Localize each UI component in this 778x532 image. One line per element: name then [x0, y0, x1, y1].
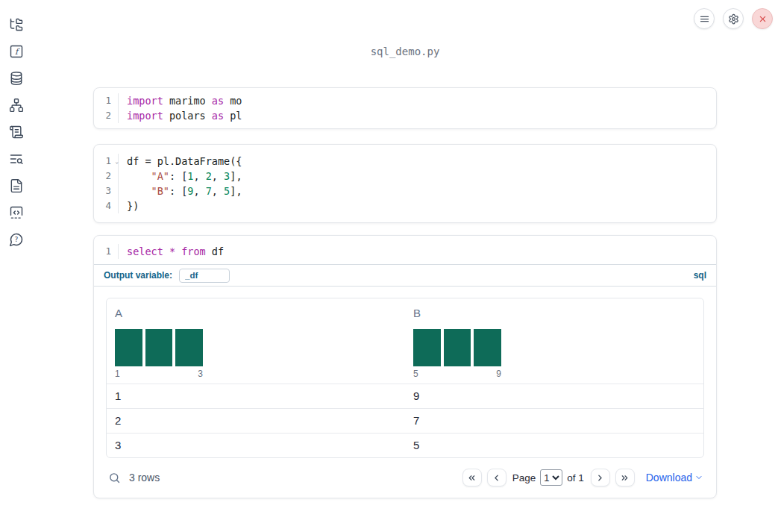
- sidebar-item-data-sources[interactable]: [7, 71, 25, 86]
- histogram-bar: [175, 329, 203, 366]
- code-line[interactable]: 4 }): [94, 198, 716, 213]
- sidebar-item-documentation[interactable]: [7, 178, 25, 193]
- download-label: Download: [646, 472, 692, 484]
- cell-sql: 1 select * from df Output variable: sql …: [93, 235, 717, 498]
- help-bubble-icon: ?: [9, 232, 24, 247]
- code-line[interactable]: 1⌄ df = pl.DataFrame({: [94, 154, 716, 169]
- cell-value: 3: [107, 434, 405, 457]
- database-icon: [9, 71, 24, 86]
- chevrons-right-icon: [620, 473, 630, 483]
- dataframe-table: A 1 3: [106, 298, 704, 458]
- histogram-max-label: 3: [198, 369, 203, 379]
- sidebar-item-dependencies[interactable]: [7, 98, 25, 113]
- code-line[interactable]: 2 import polars as pl: [94, 108, 716, 123]
- line-number: 3: [94, 184, 119, 198]
- menu-button[interactable]: [694, 8, 715, 29]
- sidebar-item-logs[interactable]: [7, 151, 25, 166]
- code-text: df = pl.DataFrame({: [119, 154, 242, 169]
- search-icon: [108, 472, 121, 484]
- last-page-button[interactable]: [615, 469, 635, 486]
- page-select[interactable]: 1: [540, 469, 562, 486]
- table-footer: 3 rows Page 1: [106, 464, 704, 491]
- folder-tree-icon: [9, 17, 24, 32]
- next-page-button[interactable]: [591, 469, 610, 486]
- search-button[interactable]: [107, 470, 122, 485]
- sidebar-item-snippets[interactable]: [7, 205, 25, 220]
- hamburger-menu-icon: [699, 13, 710, 25]
- sidebar-item-help[interactable]: ?: [7, 232, 25, 247]
- code-line[interactable]: 3 "B": [9, 7, 5],: [94, 184, 716, 198]
- cell-value: 5: [405, 434, 703, 457]
- cell-dataframe[interactable]: 1⌄ df = pl.DataFrame({ 2 "A": [1, 2, 3],…: [93, 144, 717, 223]
- previous-page-button[interactable]: [487, 469, 506, 486]
- sql-cell-footer: Output variable: sql: [94, 264, 716, 287]
- topbar-actions: [694, 8, 773, 29]
- page-of-label: of 1: [567, 472, 584, 484]
- page-label: Page: [512, 472, 536, 484]
- cell-imports[interactable]: 1 import marimo as mo 2 import polars as…: [93, 87, 717, 129]
- code-text: import polars as pl: [119, 108, 242, 123]
- svg-text:?: ?: [15, 235, 19, 243]
- list-search-icon: [9, 151, 24, 166]
- sidebar-item-variables[interactable]: f: [7, 44, 25, 59]
- line-number: 1: [94, 93, 119, 108]
- line-number: 1⌄: [94, 154, 119, 169]
- histogram-min-label: 1: [115, 369, 120, 379]
- svg-text:f: f: [15, 47, 20, 57]
- histogram-max-label: 9: [496, 369, 501, 379]
- code-line[interactable]: 2 "A": [1, 2, 3],: [94, 169, 716, 184]
- scroll-icon: [9, 125, 24, 140]
- line-number: 4: [94, 198, 119, 213]
- column-a-histogram: 1 3: [115, 329, 203, 379]
- notebook: 1 import marimo as mo 2 import polars as…: [93, 87, 717, 498]
- histogram-bar: [444, 329, 471, 366]
- code-text: import marimo as mo: [119, 93, 242, 108]
- table-row: 2 7: [107, 408, 703, 433]
- sidebar-item-file-explorer[interactable]: [7, 17, 25, 32]
- chevron-right-icon: [595, 473, 605, 483]
- output-variable-label: Output variable:: [104, 270, 172, 281]
- code-text: select * from df: [119, 244, 224, 259]
- sidebar: f: [0, 0, 33, 532]
- column-header-b[interactable]: B 5 9: [405, 298, 703, 384]
- sql-output: A 1 3: [94, 287, 716, 498]
- line-number: 2: [94, 108, 119, 123]
- chevron-left-icon: [492, 473, 501, 483]
- code-line[interactable]: 1 import marimo as mo: [94, 93, 716, 108]
- code-text: "B": [9, 7, 5],: [119, 184, 242, 198]
- column-name: A: [115, 307, 397, 319]
- code-line[interactable]: 1 select * from df: [94, 244, 716, 259]
- rows-count: 3 rows: [129, 472, 160, 484]
- histogram-bar: [115, 329, 142, 366]
- cell-value: 7: [405, 409, 703, 433]
- first-page-button[interactable]: [462, 469, 482, 486]
- sidebar-item-outline[interactable]: [7, 125, 25, 140]
- column-name: B: [413, 307, 695, 319]
- table-header: A 1 3: [107, 298, 703, 384]
- language-badge: sql: [694, 270, 706, 281]
- file-text-icon: [9, 178, 24, 193]
- close-button[interactable]: [752, 8, 773, 29]
- code-text: }): [119, 198, 139, 213]
- histogram-bar: [145, 329, 173, 366]
- chevrons-left-icon: [467, 473, 477, 483]
- column-b-histogram: 5 9: [413, 329, 501, 379]
- sql-editor[interactable]: 1 select * from df: [94, 236, 716, 264]
- marimo-app: f: [0, 0, 778, 532]
- code-square-icon: [9, 205, 24, 220]
- settings-button[interactable]: [723, 8, 744, 29]
- histogram-bar: [474, 329, 501, 366]
- histogram-min-label: 5: [413, 369, 418, 379]
- cell-value: 1: [107, 384, 405, 408]
- table-row: 1 9: [107, 384, 703, 408]
- gear-icon: [728, 13, 739, 25]
- column-header-a[interactable]: A 1 3: [107, 298, 405, 384]
- fold-chevron-icon[interactable]: ⌄: [115, 154, 119, 169]
- notebook-filename[interactable]: sql_demo.py: [93, 46, 717, 57]
- network-icon: [9, 98, 24, 113]
- function-square-icon: f: [9, 44, 24, 59]
- output-variable-input[interactable]: [179, 269, 230, 283]
- table-row: 3 5: [107, 433, 703, 457]
- line-number: 2: [94, 169, 119, 184]
- download-button[interactable]: Download: [646, 472, 703, 484]
